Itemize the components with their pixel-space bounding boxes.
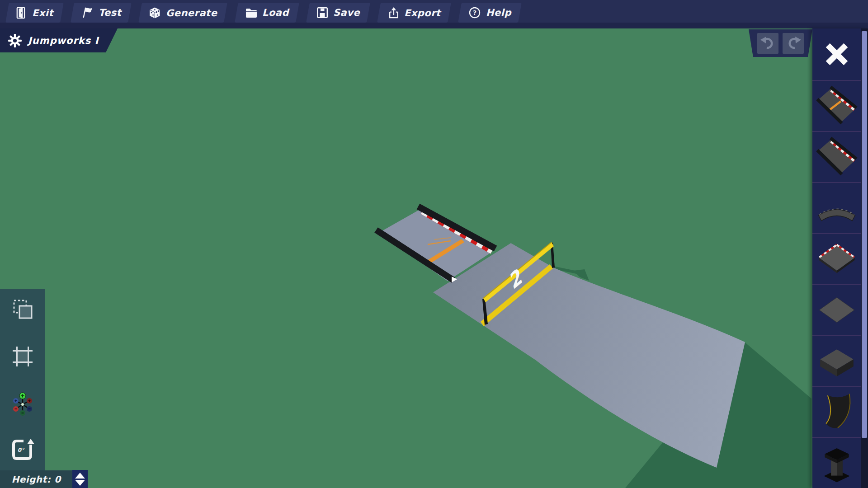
export-arrow-icon <box>387 7 399 19</box>
road-straight-checkered-thumb <box>816 136 858 178</box>
tool-panel: 0° <box>0 289 45 470</box>
exit-button[interactable]: Exit <box>5 3 64 23</box>
region-select-tool-button[interactable] <box>9 343 36 370</box>
pad-plain-thumb <box>816 289 858 331</box>
menu-label: Export <box>404 7 441 18</box>
duplicate-select-tool-button[interactable] <box>9 296 36 324</box>
track-title: Jumpworks I <box>28 35 99 46</box>
flag-icon <box>81 6 94 19</box>
height-stepper <box>72 470 88 488</box>
generate-button[interactable]: Generate <box>139 3 228 23</box>
menu-label: Generate <box>166 7 217 18</box>
road-curve-thumb <box>816 187 858 229</box>
door-exit-icon <box>16 6 27 19</box>
palette-cells <box>812 28 861 488</box>
close-palette-button[interactable] <box>812 28 861 80</box>
drone-gizmo-icon <box>10 390 35 416</box>
undo-arrow-icon <box>759 34 777 52</box>
palette-item-pad-plain[interactable] <box>812 284 861 335</box>
curved-ramp-wall-thumb <box>816 391 858 433</box>
test-button[interactable]: Test <box>71 3 132 23</box>
palette-scrollbar[interactable] <box>861 28 868 488</box>
save-button[interactable]: Save <box>306 3 370 23</box>
help-button[interactable]: ? Help <box>458 3 522 23</box>
drone-gizmo-tool-button[interactable] <box>9 389 36 417</box>
track-title-tab[interactable]: Jumpworks I <box>0 28 118 52</box>
menu-label: Save <box>333 7 360 18</box>
block-thumb <box>816 340 858 382</box>
rotate-icon: 0° <box>10 437 35 462</box>
height-bar: Height: 0 <box>0 470 72 488</box>
duplicate-select-icon <box>10 297 35 323</box>
palette-item-road-straight-start-stripe[interactable] <box>812 80 861 131</box>
menu-label: Exit <box>32 7 53 18</box>
height-label: Height: <box>11 474 51 485</box>
road-straight-start-stripe-thumb <box>816 85 858 127</box>
close-icon <box>821 38 853 70</box>
pillar-thumb <box>816 442 858 484</box>
undo-button[interactable] <box>757 33 778 54</box>
folder-icon <box>245 7 257 18</box>
redo-arrow-icon <box>784 34 802 52</box>
question-circle-icon: ? <box>468 6 481 19</box>
svg-text:?: ? <box>473 9 476 16</box>
height-decrease-button[interactable] <box>75 480 85 486</box>
export-button[interactable]: Export <box>377 3 451 23</box>
redo-button[interactable] <box>783 33 804 54</box>
floppy-save-icon <box>316 7 328 19</box>
palette-item-road-curve[interactable] <box>812 182 861 233</box>
pad-checkered-edge-thumb <box>816 238 858 280</box>
top-menu-bar: Exit Test Generate <box>0 0 868 28</box>
palette-scrollbar-thumb[interactable] <box>862 31 867 438</box>
editor-screen: 2 Exit Test <box>0 0 868 488</box>
palette-item-pillar[interactable] <box>812 437 861 488</box>
palette-item-pad-checkered-edge[interactable] <box>812 233 861 284</box>
menu-label: Help <box>486 7 511 18</box>
gear-icon <box>8 33 22 48</box>
piece-palette <box>812 28 868 488</box>
dice-icon <box>149 6 161 19</box>
load-button[interactable]: Load <box>235 3 299 23</box>
palette-item-block[interactable] <box>812 335 861 386</box>
height-increase-button[interactable] <box>75 473 85 479</box>
rotation-value: 0° <box>18 447 24 453</box>
palette-item-road-straight-checkered[interactable] <box>812 131 861 182</box>
region-select-icon <box>10 344 35 369</box>
rotate-tool-button[interactable]: 0° <box>9 436 36 463</box>
menu-label: Test <box>99 7 121 18</box>
history-controls <box>749 29 812 57</box>
palette-item-curved-ramp-wall[interactable] <box>812 386 861 437</box>
editor-viewport[interactable]: 2 <box>0 0 868 488</box>
menu: Exit Test Generate <box>7 3 520 23</box>
menu-label: Load <box>262 7 289 18</box>
height-value: 0 <box>54 474 61 485</box>
